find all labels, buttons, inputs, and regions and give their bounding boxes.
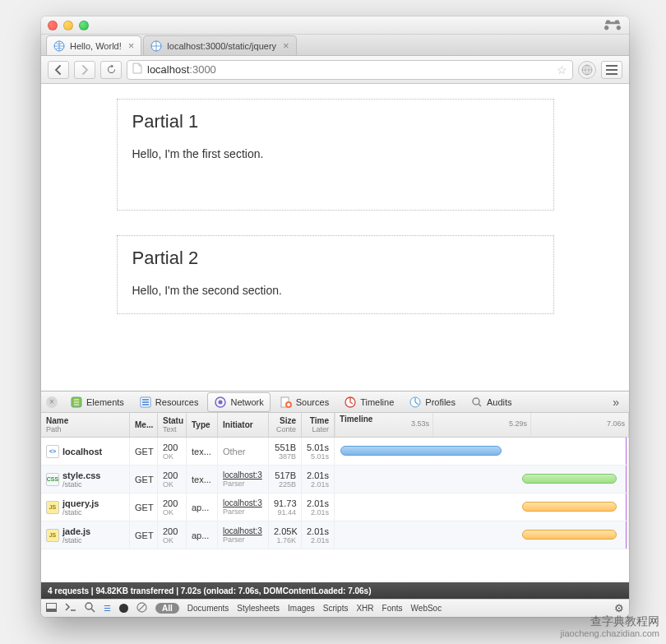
network-summary-bar: 4 requests | 94.82KB transferred | 7.02s… (41, 582, 629, 599)
close-window-button[interactable] (48, 21, 58, 30)
page-icon (132, 63, 142, 76)
profiles-icon (409, 396, 422, 409)
incognito-icon (603, 18, 622, 33)
svg-rect-5 (142, 399, 149, 401)
timeline-ticks: 3.53s 5.29s 7.06s (335, 413, 628, 437)
tab-timeline[interactable]: Timeline (338, 393, 400, 411)
filter-all[interactable]: All (155, 603, 179, 614)
reload-button[interactable] (100, 61, 122, 79)
tab-sources[interactable]: Sources (274, 393, 335, 411)
filter-stylesheets[interactable]: Stylesheets (237, 604, 280, 613)
tab-network[interactable]: Network (207, 392, 270, 412)
section-heading: Partial 2 (132, 248, 539, 269)
devtools-tabs: × Elements Resources Network Sources Tim… (41, 391, 629, 413)
record-icon[interactable] (119, 604, 128, 613)
globe-favicon-icon (53, 40, 65, 52)
section-body: Hello, I'm the first section. (132, 147, 539, 160)
col-name[interactable]: NamePath (41, 413, 130, 437)
network-row[interactable]: <>localhostGET200OKtex...Other551B387B5.… (41, 438, 629, 466)
search-icon[interactable] (85, 602, 95, 614)
svg-point-19 (86, 603, 92, 609)
svg-rect-13 (287, 404, 290, 405)
settings-gear-icon[interactable]: ⚙ (614, 602, 624, 614)
extensions-globe-icon[interactable] (578, 61, 596, 79)
tab-audits[interactable]: Audits (465, 393, 518, 411)
devtools-overflow-icon[interactable]: » (608, 396, 624, 409)
minimize-window-button[interactable] (63, 21, 73, 30)
svg-point-16 (473, 398, 479, 405)
back-button[interactable] (48, 61, 69, 79)
col-initiator[interactable]: Initiator (218, 413, 269, 437)
chrome-menu-button[interactable] (601, 61, 622, 79)
browser-window: Hello, World! × localhost:3000/static/jq… (41, 16, 629, 617)
svg-rect-6 (142, 401, 149, 403)
url-host: localhost (147, 63, 189, 76)
filter-documents[interactable]: Documents (187, 604, 229, 613)
watermark: 查字典教程网 jiaocheng.chazidian.com (561, 614, 659, 639)
section-body: Hello, I'm the second section. (132, 284, 539, 297)
tab-close-icon[interactable]: × (128, 40, 135, 51)
browser-tab-active[interactable]: Hello, World! × (46, 35, 141, 55)
forward-button[interactable] (74, 61, 95, 79)
col-size[interactable]: SizeConte (269, 413, 302, 437)
partial-section-1: Partial 1 Hello, I'm the first section. (117, 99, 554, 211)
network-row[interactable]: JSjquery.js/staticGET200OKap...localhost… (41, 493, 629, 521)
browser-tab-inactive[interactable]: localhost:3000/static/jquery × (143, 35, 296, 55)
section-heading: Partial 1 (132, 111, 539, 132)
titlebar (41, 16, 629, 35)
globe-favicon-icon (150, 40, 162, 52)
css-file-icon: CSS (46, 473, 59, 486)
dock-icon[interactable] (46, 603, 57, 614)
tab-resources[interactable]: Resources (133, 393, 205, 411)
network-columns-header: NamePath Me... StatuText Type Initiator … (41, 413, 629, 438)
filter-websockets[interactable]: WebSoc (411, 604, 442, 613)
devtools-close-icon[interactable]: × (46, 396, 58, 408)
js-file-icon: JS (46, 529, 59, 542)
filter-images[interactable]: Images (288, 604, 315, 613)
tab-strip: Hello, World! × localhost:3000/static/jq… (41, 35, 629, 56)
tab-elements[interactable]: Elements (64, 393, 130, 411)
sources-icon (280, 396, 293, 409)
partial-section-2: Partial 2 Hello, I'm the second section. (117, 235, 554, 314)
url-port: :3000 (189, 63, 216, 76)
col-method[interactable]: Me... (130, 413, 158, 437)
svg-point-9 (219, 400, 223, 404)
col-time[interactable]: TimeLater (302, 413, 335, 437)
tab-profiles[interactable]: Profiles (403, 393, 461, 411)
console-icon[interactable] (65, 603, 76, 614)
network-requests-list[interactable]: <>localhostGET200OKtex...Other551B387B5.… (41, 438, 629, 582)
audits-icon (470, 396, 483, 409)
network-icon (214, 396, 227, 409)
col-type[interactable]: Type (187, 413, 218, 437)
clear-icon[interactable] (136, 602, 147, 614)
elements-icon (70, 396, 83, 409)
page-viewport[interactable]: Partial 1 Hello, I'm the first section. … (41, 84, 629, 391)
tab-title: Hello, World! (70, 41, 122, 51)
col-status[interactable]: StatuText (158, 413, 187, 437)
tab-close-icon[interactable]: × (283, 40, 289, 51)
filter-fonts[interactable]: Fonts (382, 604, 403, 613)
devtools-bottom-toolbar: ☰ All Documents Stylesheets Images Scrip… (41, 599, 629, 617)
zoom-window-button[interactable] (79, 21, 89, 30)
traffic-lights (48, 21, 89, 30)
tab-title: localhost:3000/static/jquery (167, 41, 276, 51)
network-row[interactable]: CSSstyle.css/staticGET200OKtex...localho… (41, 466, 629, 493)
bookmark-star-icon[interactable]: ☆ (557, 63, 567, 76)
address-bar[interactable]: localhost:3000 ☆ (127, 60, 573, 80)
browser-toolbar: localhost:3000 ☆ (41, 56, 629, 84)
network-row[interactable]: JSjade.js/staticGET200OKap...localhost:3… (41, 521, 629, 549)
js-file-icon: JS (46, 501, 59, 514)
col-timeline[interactable]: Timeline 3.53s 5.29s 7.06s (335, 413, 629, 437)
html-file-icon: <> (46, 445, 59, 458)
svg-rect-18 (47, 609, 57, 612)
filter-xhr[interactable]: XHR (356, 604, 373, 613)
resources-icon (139, 396, 152, 409)
devtools-panel: × Elements Resources Network Sources Tim… (41, 391, 629, 617)
filter-icon[interactable]: ☰ (104, 604, 111, 613)
svg-rect-7 (142, 404, 149, 405)
filter-scripts[interactable]: Scripts (323, 604, 349, 613)
timeline-icon (344, 396, 357, 409)
